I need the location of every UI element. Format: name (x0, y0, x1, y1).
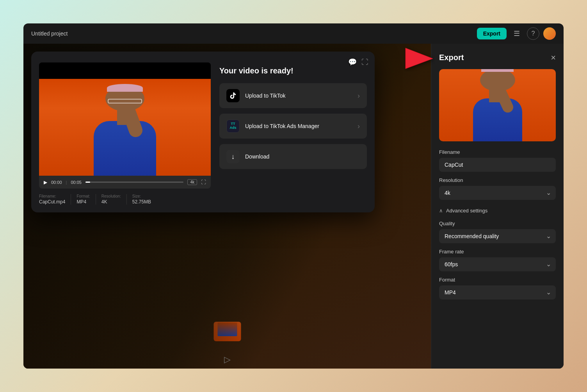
expand-icon-btn[interactable]: ⛶ (361, 58, 368, 66)
upload-tiktok-ads-label: Upload to TikTok Ads Manager (245, 123, 319, 129)
modal-actions-area: Your video is ready! Upload to TikTok › (219, 62, 367, 205)
video-modal: 💬 ⛶ (31, 52, 375, 212)
resolution-value: 4K (101, 199, 121, 205)
stack-icon-btn[interactable]: ☰ (511, 27, 523, 40)
format-select[interactable]: MP4 MOV AVI (439, 285, 556, 299)
quality-field-group: Quality Recommended quality High quality… (439, 221, 556, 243)
timeline-play-area: ▷ (224, 355, 231, 365)
size-value: 52.75MB (132, 199, 151, 205)
export-button[interactable]: Export (477, 28, 507, 39)
filename-value: CapCut.mp4 (39, 199, 65, 205)
app-header: Untitled project Export ☰ ? (23, 23, 564, 44)
export-panel-title: Export (439, 53, 464, 62)
filename-label: Filename: (39, 194, 65, 198)
total-time: 00:05 (71, 180, 82, 185)
upload-tiktok-ads-chevron: › (358, 122, 360, 130)
close-panel-btn[interactable]: × (551, 53, 556, 62)
file-info-bar: Filename: CapCut.mp4 Format: MP4 Resolut… (39, 194, 211, 205)
upload-tiktok-btn[interactable]: Upload to TikTok › (219, 83, 367, 108)
format-label: Format: (76, 194, 90, 198)
format-value: MP4 (76, 199, 90, 205)
arrow-cursor (404, 46, 435, 73)
timeline-play-icon: ▷ (224, 355, 231, 364)
frame-rate-field-group: Frame rate 24fps 30fps 60fps ⌄ (439, 249, 556, 271)
svg-marker-0 (406, 48, 433, 69)
filename-field-label: Filename (439, 149, 556, 155)
tiktok-icon (226, 89, 240, 102)
export-preview-image (439, 69, 556, 141)
advanced-settings-toggle[interactable]: ∧ Advanced settings (439, 205, 556, 216)
size-label: Size: (132, 194, 151, 198)
upload-tiktok-ads-btn[interactable]: TTAds Upload to TikTok Ads Manager › (219, 114, 367, 139)
download-label: Download (245, 153, 269, 160)
close-icon: × (551, 53, 556, 62)
quality-badge: 4k (187, 179, 197, 185)
download-icon: ↓ (226, 150, 240, 163)
format-field-group: Format MP4 MOV AVI ⌄ (439, 277, 556, 299)
play-pause-btn[interactable]: ▶ (44, 180, 47, 185)
resolution-field-label: Resolution (439, 177, 556, 183)
resolution-field-group: Resolution 720p 1080p 2k 4k ⌄ (439, 177, 556, 200)
current-time: 00:00 (51, 180, 62, 185)
export-panel: Export × Filename (431, 44, 564, 369)
video-player-area: ▶ 00:00 | 00:05 4k ⛶ (39, 62, 211, 205)
upload-tiktok-label: Upload to TikTok (245, 93, 286, 99)
download-btn[interactable]: ↓ Download (219, 144, 367, 169)
comment-icon-btn[interactable]: 💬 (348, 58, 357, 66)
video-controls: ▶ 00:00 | 00:05 4k ⛶ (39, 176, 211, 189)
quality-select[interactable]: Recommended quality High quality Low qua… (439, 229, 556, 243)
main-area: 💬 ⛶ (23, 44, 564, 369)
upload-tiktok-chevron: › (358, 92, 360, 100)
avatar-btn[interactable] (543, 27, 556, 40)
quality-field-label: Quality (439, 221, 556, 226)
tiktok-ads-icon: TTAds (226, 119, 240, 133)
video-ready-title: Your video is ready! (219, 66, 367, 75)
frame-rate-select[interactable]: 24fps 30fps 60fps (439, 257, 556, 271)
resolution-select[interactable]: 720p 1080p 2k 4k (439, 186, 556, 200)
project-title: Untitled project (31, 30, 68, 37)
advanced-chevron-icon: ∧ (439, 208, 443, 214)
filename-field-group: Filename (439, 149, 556, 172)
timeline-play-btn[interactable]: ▷ (224, 355, 231, 365)
frame-rate-field-label: Frame rate (439, 249, 556, 255)
progress-bar[interactable] (85, 182, 184, 183)
player-fullscreen-btn[interactable]: ⛶ (201, 179, 206, 185)
editor-area: 💬 ⛶ (23, 44, 431, 369)
video-thumbnail (39, 62, 211, 176)
format-field-label: Format (439, 277, 556, 283)
advanced-settings-label: Advanced settings (446, 208, 487, 214)
help-icon-btn[interactable]: ? (527, 27, 539, 40)
filename-input[interactable] (439, 158, 556, 172)
resolution-label: Resolution: (101, 194, 121, 198)
